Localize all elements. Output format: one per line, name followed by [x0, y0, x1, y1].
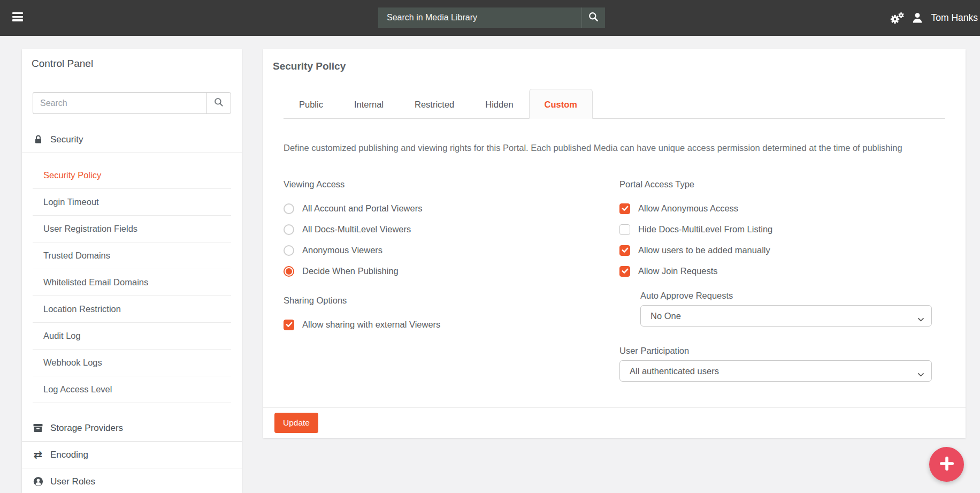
- checkbox-option-allow-anonymous-access[interactable]: Allow Anonymous Access: [619, 198, 945, 219]
- sidebar-search: [33, 92, 231, 114]
- option-label: Allow users to be added manually: [638, 245, 770, 255]
- sidebar-section-storage-providers[interactable]: Storage Providers: [22, 415, 242, 442]
- top-bar: Tom Hanks: [0, 0, 980, 36]
- radio-button[interactable]: [284, 266, 294, 277]
- viewing-access-column: Viewing Access All Account and Portal Vi…: [284, 179, 619, 382]
- sidebar-section-label: Security: [50, 134, 83, 145]
- user-circle-icon: [33, 476, 43, 487]
- hamburger-menu-icon[interactable]: [12, 12, 24, 24]
- radio-option-decide-when-publishing[interactable]: Decide When Publishing: [284, 261, 619, 282]
- sidebar-item-trusted-domains[interactable]: Trusted Domains: [33, 242, 231, 269]
- transfer-arrows-icon: ⇄: [33, 450, 43, 460]
- user-name[interactable]: Tom Hanks: [931, 12, 978, 24]
- tab-custom[interactable]: Custom: [529, 89, 593, 119]
- checkbox[interactable]: [619, 266, 630, 277]
- radio-option-all-docs-multilevel-viewers[interactable]: All Docs-MultiLevel Viewers: [284, 219, 619, 240]
- search-icon: [214, 97, 224, 109]
- sidebar-item-whitelisted-email-domains[interactable]: Whitelisted Email Domains: [33, 269, 231, 296]
- viewing-access-options: All Account and Portal Viewers All Docs-…: [284, 198, 619, 282]
- media-library-search-input[interactable]: [378, 7, 581, 28]
- sidebar-section-label: User Roles: [50, 476, 95, 487]
- radio-option-anonymous-viewers[interactable]: Anonymous Viewers: [284, 240, 619, 261]
- viewing-access-heading: Viewing Access: [284, 179, 619, 189]
- sidebar-section-security[interactable]: Security: [22, 126, 242, 153]
- lock-icon: [33, 135, 43, 144]
- sidebar-item-location-restriction[interactable]: Location Restriction: [33, 296, 231, 323]
- tab-public[interactable]: Public: [284, 89, 339, 119]
- checkbox-option-allow-external-sharing[interactable]: Allow sharing with external Viewers: [284, 314, 619, 335]
- checkbox[interactable]: [619, 224, 630, 235]
- auto-approve-select-wrap: No One: [640, 305, 932, 327]
- auto-approve-select[interactable]: No One: [640, 305, 932, 327]
- checkbox[interactable]: [284, 320, 294, 330]
- sidebar-item-user-registration-fields[interactable]: User Registration Fields: [33, 216, 231, 242]
- settings-columns: Viewing Access All Account and Portal Vi…: [284, 179, 945, 382]
- checkbox[interactable]: [619, 245, 630, 256]
- user-participation-select[interactable]: All authenticated users: [619, 360, 932, 382]
- settings-cogs-icon[interactable]: [890, 12, 904, 25]
- user-participation-select-wrap: All authenticated users: [619, 360, 932, 382]
- check-icon: [286, 322, 293, 328]
- option-label: All Account and Portal Viewers: [302, 203, 422, 214]
- sidebar-section-label: Encoding: [50, 450, 88, 460]
- add-button[interactable]: [929, 447, 964, 482]
- radio-button[interactable]: [284, 245, 294, 256]
- security-items-list: Security Policy Login Timeout User Regis…: [33, 162, 231, 403]
- sidebar-section-label: Storage Providers: [50, 423, 123, 434]
- search-icon: [588, 12, 599, 24]
- plus-icon: [938, 455, 955, 474]
- radio-button[interactable]: [284, 203, 294, 214]
- sharing-options-list: Allow sharing with external Viewers: [284, 314, 619, 335]
- portal-access-heading: Portal Access Type: [619, 179, 945, 189]
- sidebar-item-webhook-logs[interactable]: Webhook Logs: [33, 350, 231, 376]
- checkbox[interactable]: [619, 203, 630, 214]
- option-label: All Docs-MultiLevel Viewers: [302, 224, 411, 234]
- checkbox-option-allow-join-requests[interactable]: Allow Join Requests: [619, 261, 945, 282]
- sidebar-spacer: [33, 403, 231, 415]
- media-library-search-button[interactable]: [581, 7, 605, 28]
- tab-restricted[interactable]: Restricted: [399, 89, 470, 119]
- topbar-right-group: Tom Hanks: [890, 0, 978, 36]
- checkbox-option-allow-manual-users[interactable]: Allow users to be added manually: [619, 240, 945, 261]
- page-title: Security Policy: [273, 49, 945, 72]
- sidebar-item-security-policy[interactable]: Security Policy: [33, 162, 231, 189]
- security-policy-panel: Security Policy Public Internal Restrict…: [263, 49, 966, 438]
- user-avatar-icon[interactable]: [912, 12, 923, 24]
- sidebar-item-log-access-level[interactable]: Log Access Level: [33, 376, 231, 403]
- update-button[interactable]: Update: [274, 413, 318, 433]
- policy-tabs: Public Internal Restricted Hidden Custom: [284, 89, 945, 119]
- portal-access-column: Portal Access Type Allow Anonymous Acces…: [619, 179, 945, 382]
- sidebar-item-login-timeout[interactable]: Login Timeout: [33, 189, 231, 216]
- check-icon: [622, 206, 629, 211]
- option-label: Hide Docs-MultiLevel From Listing: [638, 224, 772, 234]
- option-label: Anonymous Viewers: [302, 245, 382, 255]
- checkbox-option-hide-docs-multilevel[interactable]: Hide Docs-MultiLevel From Listing: [619, 219, 945, 240]
- option-label: Allow sharing with external Viewers: [302, 320, 440, 330]
- radio-option-all-account-portal-viewers[interactable]: All Account and Portal Viewers: [284, 198, 619, 219]
- sharing-options-heading: Sharing Options: [284, 295, 619, 306]
- sidebar-section-user-roles[interactable]: User Roles: [22, 468, 242, 493]
- sidebar-search-input[interactable]: [33, 92, 206, 114]
- sidebar-title: Control Panel: [32, 57, 231, 71]
- tab-description: Define customized publishing and viewing…: [284, 141, 917, 155]
- option-label: Decide When Publishing: [302, 266, 399, 276]
- archive-box-icon: [33, 423, 43, 433]
- tab-internal[interactable]: Internal: [339, 89, 399, 119]
- media-library-search: [378, 7, 605, 28]
- sidebar-item-audit-log[interactable]: Audit Log: [33, 323, 231, 350]
- user-participation-label: User Participation: [619, 346, 945, 356]
- sidebar-section-encoding[interactable]: ⇄ Encoding: [22, 442, 242, 468]
- tab-hidden[interactable]: Hidden: [470, 89, 529, 119]
- option-label: Allow Anonymous Access: [638, 203, 738, 214]
- sidebar-search-button[interactable]: [206, 92, 231, 114]
- option-label: Allow Join Requests: [638, 266, 718, 276]
- control-panel-sidebar: Control Panel Security Security Policy L…: [22, 49, 242, 493]
- check-icon: [622, 268, 629, 274]
- portal-access-options: Allow Anonymous Access Hide Docs-MultiLe…: [619, 198, 945, 282]
- radio-button[interactable]: [284, 224, 294, 235]
- panel-footer: Update: [263, 407, 966, 438]
- auto-approve-label: Auto Approve Requests: [640, 291, 945, 301]
- check-icon: [622, 247, 629, 253]
